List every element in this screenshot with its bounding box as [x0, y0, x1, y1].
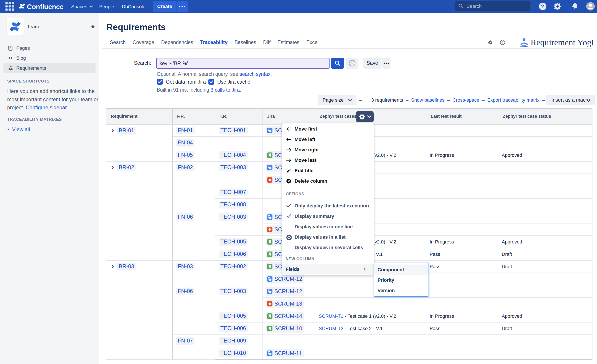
svg-text:?: ? — [502, 41, 503, 44]
svg-text:?: ? — [541, 4, 544, 9]
svg-text:?: ? — [351, 61, 353, 65]
